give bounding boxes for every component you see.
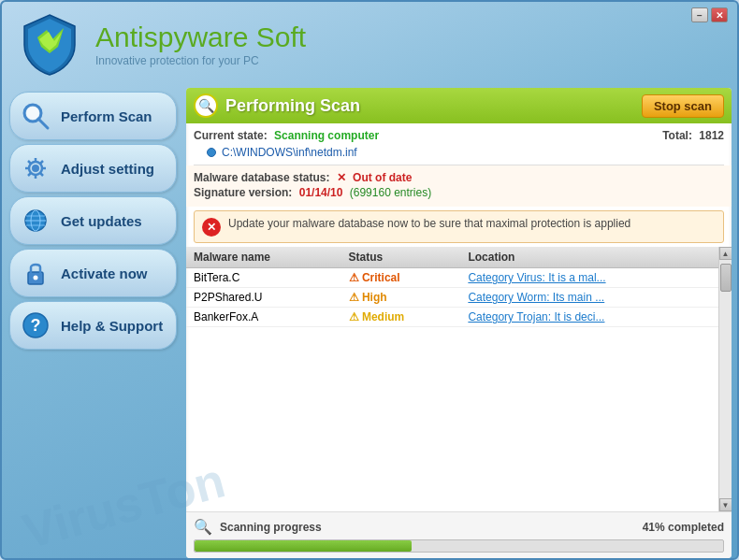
svg-line-9: [28, 161, 31, 164]
sig-version-line: Signature version: 01/14/10 (699160 entr…: [194, 186, 724, 199]
sidebar: VirusTon Perform Scan: [2, 84, 184, 560]
table-header-row: Malware name Status Location: [186, 247, 718, 268]
scroll-thumb[interactable]: [720, 264, 732, 292]
db-status-line: Malware database status: ✕ Out of date: [194, 171, 724, 184]
svg-text:?: ?: [31, 316, 41, 335]
total-label: Total:: [662, 129, 692, 142]
lock-icon: [20, 257, 51, 289]
status-row: Current state: Scanning computer Total: …: [186, 123, 732, 144]
file-row: C:\WINDOWS\inf\netdm.inf: [186, 144, 732, 165]
warning-box: ✕ Update your malware database now to be…: [194, 210, 724, 243]
x-mark: ✕: [337, 171, 346, 184]
sidebar-item-get-updates[interactable]: Get updates: [9, 196, 177, 245]
cell-location[interactable]: Category Worm: Its main ...: [460, 288, 718, 308]
gear-icon: [20, 152, 51, 184]
progress-bar-background: [194, 539, 724, 553]
sidebar-item-adjust-setting[interactable]: Adjust setting: [9, 144, 177, 193]
total-count: 1812: [699, 129, 724, 142]
warning-text: Update your malware database now to be s…: [228, 217, 630, 230]
status-label: Current state:: [194, 129, 268, 142]
scan-header-bar: 🔍 Performing Scan Stop scan: [186, 88, 732, 123]
col-malware-name: Malware name: [186, 247, 341, 268]
cell-malware-name: BankerFox.A: [186, 308, 341, 327]
malware-table-wrapper: Malware name Status Location BitTera.C ⚠…: [186, 247, 732, 511]
help-support-label: Help & Support: [61, 318, 163, 334]
globe-icon: [20, 205, 51, 237]
status-info: Current state: Scanning computer: [194, 129, 379, 142]
sidebar-item-perform-scan[interactable]: Perform Scan: [9, 92, 177, 140]
stop-scan-button[interactable]: Stop scan: [642, 94, 724, 118]
col-status: Status: [341, 247, 461, 268]
progress-label: Scanning progress: [220, 521, 635, 534]
scan-search-icon: 🔍: [194, 93, 218, 118]
header-text: Antispyware Soft Innovative protection f…: [95, 22, 306, 67]
perform-scan-label: Perform Scan: [61, 108, 152, 124]
activate-now-label: Activate now: [61, 266, 148, 281]
minimize-button[interactable]: −: [691, 7, 708, 22]
col-location: Location: [460, 247, 718, 268]
table-row: BitTera.C ⚠ Critical Category Virus: It …: [186, 268, 718, 288]
svg-line-12: [28, 173, 31, 176]
db-status-value: Out of date: [353, 171, 412, 184]
title-bar: − ✕: [691, 7, 728, 22]
scrollbar[interactable]: ▲ ▼: [718, 247, 732, 511]
sig-version: 01/14/10: [299, 186, 343, 199]
progress-icon: 🔍: [194, 518, 212, 536]
total-info: Total: 1812: [662, 129, 724, 142]
file-path: C:\WINDOWS\inf\netdm.inf: [222, 146, 357, 159]
app-title: Antispyware Soft: [95, 22, 306, 52]
svg-point-1: [26, 107, 39, 120]
adjust-setting-label: Adjust setting: [61, 161, 154, 177]
content-panel: 🔍 Performing Scan Stop scan Current stat…: [186, 88, 732, 558]
file-dot-icon: [207, 148, 216, 157]
warning-icon: ✕: [202, 218, 221, 237]
get-updates-label: Get updates: [61, 213, 142, 229]
magnifier-icon: [20, 100, 51, 132]
cell-malware-name: BitTera.C: [186, 268, 341, 288]
progress-percent: 41% completed: [643, 521, 724, 534]
sidebar-item-help-support[interactable]: ? Help & Support: [9, 301, 177, 350]
logo-shield: [17, 11, 82, 77]
svg-point-19: [34, 276, 38, 280]
progress-label-row: 🔍 Scanning progress 41% completed: [194, 518, 724, 536]
malware-table: Malware name Status Location BitTera.C ⚠…: [186, 247, 718, 327]
question-icon: ?: [20, 309, 51, 341]
svg-line-2: [38, 119, 48, 128]
cell-status: ⚠ High: [341, 288, 461, 308]
app-subtitle: Innovative protection for your PC: [95, 54, 306, 67]
progress-area: 🔍 Scanning progress 41% completed: [186, 511, 732, 558]
scroll-down-button[interactable]: ▼: [719, 498, 732, 511]
sidebar-item-activate-now[interactable]: Activate now: [9, 249, 177, 297]
svg-line-10: [40, 173, 43, 176]
table-row: P2PShared.U ⚠ High Category Worm: Its ma…: [186, 288, 718, 308]
progress-bar-fill: [195, 540, 412, 552]
main-layout: VirusTon Perform Scan: [2, 84, 737, 560]
svg-line-11: [40, 161, 43, 164]
svg-point-4: [32, 165, 39, 172]
app-window: − ✕ Antispyware Soft Innovative protecti…: [0, 0, 739, 560]
cell-location[interactable]: Category Virus: It is a mal...: [460, 268, 718, 288]
scan-title: Performing Scan: [225, 96, 634, 116]
close-button[interactable]: ✕: [711, 7, 728, 22]
db-entries: (699160 entries): [350, 186, 431, 199]
table-row: BankerFox.A ⚠ Medium Category Trojan: It…: [186, 308, 718, 327]
status-value: Scanning computer: [274, 129, 379, 142]
scroll-up-button[interactable]: ▲: [719, 247, 732, 260]
app-header: Antispyware Soft Innovative protection f…: [2, 2, 737, 84]
cell-status: ⚠ Critical: [341, 268, 461, 288]
cell-status: ⚠ Medium: [341, 308, 461, 327]
db-status-area: Malware database status: ✕ Out of date S…: [186, 165, 732, 207]
cell-location[interactable]: Category Trojan: It is deci...: [460, 308, 718, 327]
cell-malware-name: P2PShared.U: [186, 288, 341, 308]
